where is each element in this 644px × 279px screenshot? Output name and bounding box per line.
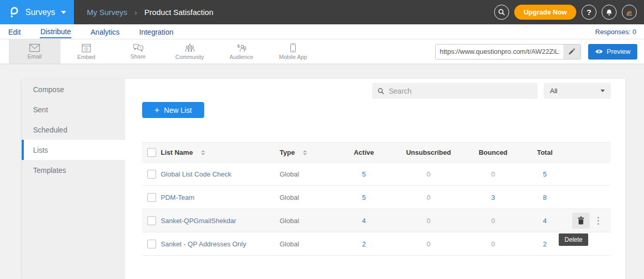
tab-integration[interactable]: Integration [139, 26, 174, 38]
search-icon [498, 8, 505, 16]
new-list-button[interactable]: + New List [142, 102, 204, 118]
sidebar-item-scheduled[interactable]: Scheduled [22, 120, 125, 140]
embed-icon [81, 43, 91, 53]
column-label: Total [537, 149, 553, 156]
account-avatar[interactable] [622, 5, 637, 20]
search-input[interactable] [389, 87, 532, 95]
list-type: Global [280, 194, 299, 201]
table-row: Sanket-QPGmailShekdar Global 4 0 0 4 [142, 209, 611, 232]
row-menu-button[interactable] [595, 215, 602, 227]
list-name-link[interactable]: Sanket-QPGmailShekdar [161, 217, 236, 225]
total-count-link[interactable]: 8 [543, 194, 546, 201]
bounced-count-link[interactable]: 3 [491, 194, 495, 201]
sidebar-item-lists[interactable]: Lists [22, 140, 125, 160]
unsubscribed-count[interactable]: 0 [426, 217, 430, 225]
lists-table: List Name Type Active Unsubscribed Bou [142, 142, 611, 256]
question-mark-icon: ? [587, 8, 591, 17]
pencil-icon [568, 48, 575, 55]
breadcrumb-current-survey: Product Satisfaction [144, 8, 213, 17]
tab-analytics[interactable]: Analytics [90, 26, 120, 38]
channel-email[interactable]: Email [9, 39, 60, 64]
delete-tooltip: Delete [559, 233, 588, 246]
channel-embed[interactable]: Embed [60, 39, 112, 64]
column-label: Bounced [479, 149, 508, 156]
product-switcher[interactable]: Surveys [0, 0, 74, 24]
channel-community[interactable]: Community [164, 39, 216, 64]
list-type: Global [280, 170, 299, 178]
channel-share[interactable]: ? Share [112, 39, 164, 64]
column-unsubscribed: Unsubscribed [392, 149, 465, 156]
upgrade-now-button[interactable]: Upgrade Now [514, 5, 576, 20]
tab-edit[interactable]: Edit [8, 26, 21, 38]
row-actions: Delete [568, 213, 611, 229]
top-header: Surveys My Surveys › Product Satisfactio… [0, 0, 644, 24]
bounced-count[interactable]: 0 [491, 240, 495, 248]
active-count-link[interactable]: 4 [362, 217, 365, 225]
survey-url-input[interactable] [436, 45, 563, 59]
column-label: Type [280, 149, 295, 156]
row-select-cell [142, 216, 161, 225]
column-label: Unsubscribed [406, 149, 451, 156]
row-checkbox[interactable] [147, 193, 156, 202]
list-type-filter[interactable]: All [544, 83, 611, 99]
notifications-button[interactable] [602, 5, 617, 20]
questionpro-logo-icon [8, 6, 21, 19]
search-button[interactable] [494, 5, 509, 20]
channel-mobile-app[interactable]: Mobile App [267, 39, 319, 64]
sidebar-item-compose[interactable]: Compose [22, 79, 125, 99]
delete-list-button[interactable] [572, 213, 590, 229]
total-count-link[interactable]: 4 [543, 217, 546, 225]
page-content: Compose Sent Scheduled Lists Templates A… [0, 64, 644, 279]
row-select-cell [142, 170, 161, 179]
header-actions: Upgrade Now ? [494, 0, 644, 24]
preview-button[interactable]: Preview [588, 44, 637, 60]
column-label: List Name [161, 149, 193, 156]
plus-icon: + [155, 106, 159, 115]
channel-audience[interactable]: $ Audience [216, 39, 267, 64]
unsubscribed-count[interactable]: 0 [426, 194, 430, 201]
sort-type[interactable] [303, 150, 307, 155]
edit-url-button[interactable] [563, 45, 580, 59]
new-list-label: New List [164, 106, 192, 114]
active-count-link[interactable]: 2 [362, 240, 365, 248]
list-name-link[interactable]: Global List Code Check [161, 170, 232, 178]
bounced-count[interactable]: 0 [491, 217, 495, 225]
toolbar-right: Preview [435, 39, 644, 64]
tab-distribute[interactable]: Distribute [40, 25, 71, 38]
row-select-cell [142, 193, 161, 202]
channel-label: Email [27, 53, 42, 60]
active-count-link[interactable]: 5 [362, 170, 365, 178]
sidebar-item-sent[interactable]: Sent [22, 99, 125, 120]
sort-list-name[interactable] [201, 150, 205, 155]
list-type: Global [280, 217, 299, 225]
row-checkbox[interactable] [147, 170, 156, 179]
column-total: Total [522, 149, 568, 156]
list-type: Global [280, 240, 299, 248]
bounced-count[interactable]: 0 [491, 170, 495, 178]
total-count-link[interactable]: 2 [543, 240, 546, 248]
row-checkbox[interactable] [147, 216, 156, 225]
column-type: Type [280, 149, 335, 156]
column-bounced: Bounced [465, 149, 522, 156]
select-all-checkbox[interactable] [147, 148, 156, 157]
lists-panel: All + New List List Name [125, 79, 625, 279]
unsubscribed-count[interactable]: 0 [426, 170, 430, 178]
list-name-link[interactable]: Sanket - QP Addresses Only [161, 240, 246, 248]
survey-url-group [435, 44, 581, 60]
breadcrumb-my-surveys[interactable]: My Surveys [87, 8, 127, 17]
sidebar-item-templates[interactable]: Templates [22, 160, 125, 180]
channel-label: Audience [229, 54, 253, 60]
filter-selected-value: All [550, 87, 557, 95]
preview-label: Preview [607, 48, 631, 55]
survey-tab-bar: Edit Distribute Analytics Integration Re… [0, 24, 644, 39]
help-button[interactable]: ? [581, 5, 596, 20]
list-search-box [372, 83, 538, 99]
unsubscribed-count[interactable]: 0 [426, 240, 430, 248]
bell-icon [605, 9, 613, 16]
total-count-link[interactable]: 5 [543, 170, 546, 178]
mobile-icon [290, 43, 296, 53]
chevron-down-icon [61, 11, 66, 14]
list-name-link[interactable]: PDM-Team [161, 194, 194, 201]
active-count-link[interactable]: 5 [362, 194, 365, 201]
row-checkbox[interactable] [147, 240, 156, 248]
